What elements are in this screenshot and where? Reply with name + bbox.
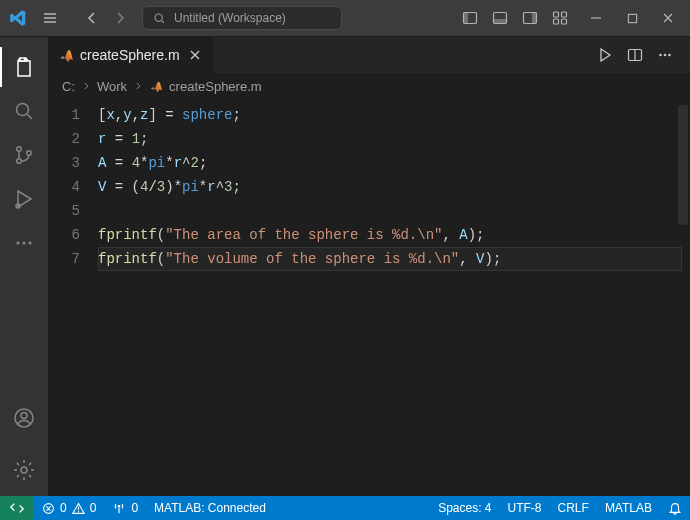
svg-point-21: [21, 413, 27, 419]
status-indent-text: Spaces: 4: [438, 501, 491, 515]
svg-point-25: [664, 54, 667, 57]
status-problems[interactable]: 0 0: [34, 496, 104, 520]
svg-rect-6: [532, 13, 537, 24]
toggle-primary-sidebar-button[interactable]: [456, 4, 484, 32]
titlebar: Untitled (Workspace): [0, 0, 690, 36]
breadcrumb-file[interactable]: createSphere.m: [169, 79, 262, 94]
chevron-right-icon: [133, 81, 143, 91]
status-matlab[interactable]: MATLAB: Connected: [146, 496, 274, 520]
breadcrumb-root[interactable]: C:: [62, 79, 75, 94]
status-warnings-count: 0: [90, 501, 97, 515]
menu-button[interactable]: [36, 4, 64, 32]
editor-group: createSphere.m: [48, 37, 690, 496]
status-language-text: MATLAB: [605, 501, 652, 515]
matlab-file-icon: [58, 47, 74, 63]
status-language[interactable]: MATLAB: [597, 496, 660, 520]
matlab-file-icon: [149, 79, 163, 93]
vertical-scrollbar[interactable]: [678, 105, 688, 225]
remote-indicator[interactable]: [0, 496, 34, 520]
code-line[interactable]: A = 4*pi*r^2;: [98, 151, 690, 175]
svg-point-22: [21, 467, 27, 473]
svg-point-28: [78, 511, 79, 512]
line-number: 7: [48, 247, 80, 271]
toggle-panel-button[interactable]: [486, 4, 514, 32]
layout-controls: [456, 4, 574, 32]
window-controls: [578, 0, 686, 36]
tab-createSphere[interactable]: createSphere.m: [48, 37, 215, 73]
tab-bar: createSphere.m: [48, 37, 690, 73]
editor-actions: [594, 37, 684, 73]
code-line[interactable]: V = (4/3)*pi*r^3;: [98, 175, 690, 199]
status-ports[interactable]: 0: [104, 496, 146, 520]
code-line[interactable]: fprintf("The volume of the sphere is %d.…: [98, 247, 682, 271]
line-number: 3: [48, 151, 80, 175]
window-minimize-button[interactable]: [578, 0, 614, 36]
line-gutter: 1234567: [48, 99, 92, 496]
status-ports-count: 0: [131, 501, 138, 515]
command-center-search[interactable]: Untitled (Workspace): [142, 6, 342, 30]
svg-rect-10: [562, 19, 567, 24]
vscode-logo-icon: [8, 8, 28, 28]
line-number: 4: [48, 175, 80, 199]
customize-layout-button[interactable]: [546, 4, 574, 32]
svg-rect-2: [464, 13, 469, 24]
svg-point-24: [659, 54, 662, 57]
code-line[interactable]: [98, 199, 690, 223]
svg-point-12: [17, 104, 29, 116]
activity-run-debug[interactable]: [0, 177, 48, 221]
antenna-icon: [112, 501, 126, 515]
svg-rect-8: [562, 12, 567, 17]
code-content[interactable]: [x,y,z] = sphere;r = 1;A = 4*pi*r^2;V = …: [92, 99, 690, 496]
svg-rect-11: [628, 14, 636, 22]
warning-icon: [72, 502, 85, 515]
svg-point-18: [22, 241, 25, 244]
activity-explorer[interactable]: [0, 45, 48, 89]
nav-forward-button[interactable]: [106, 4, 134, 32]
run-file-button[interactable]: [594, 44, 616, 66]
status-errors-count: 0: [60, 501, 67, 515]
line-number: 2: [48, 127, 80, 151]
breadcrumb[interactable]: C: Work createSphere.m: [48, 73, 690, 99]
activity-search[interactable]: [0, 89, 48, 133]
status-encoding-text: UTF-8: [508, 501, 542, 515]
line-number: 1: [48, 103, 80, 127]
chevron-right-icon: [81, 81, 91, 91]
svg-point-29: [118, 505, 121, 508]
svg-point-26: [668, 54, 671, 57]
status-matlab-text: MATLAB: Connected: [154, 501, 266, 515]
window-maximize-button[interactable]: [614, 0, 650, 36]
svg-point-14: [17, 159, 22, 164]
activity-accounts[interactable]: [0, 396, 48, 440]
line-number: 6: [48, 223, 80, 247]
error-icon: [42, 502, 55, 515]
tab-close-button[interactable]: [186, 46, 204, 64]
status-encoding[interactable]: UTF-8: [500, 496, 550, 520]
breadcrumb-folder[interactable]: Work: [97, 79, 127, 94]
activity-bar: [0, 37, 48, 496]
activity-source-control[interactable]: [0, 133, 48, 177]
status-eol[interactable]: CRLF: [550, 496, 597, 520]
bell-icon: [668, 501, 682, 515]
code-line[interactable]: r = 1;: [98, 127, 690, 151]
search-icon: [153, 12, 166, 25]
status-notifications[interactable]: [660, 496, 690, 520]
line-number: 5: [48, 199, 80, 223]
window-close-button[interactable]: [650, 0, 686, 36]
code-line[interactable]: fprintf("The area of the sphere is %d.\n…: [98, 223, 690, 247]
split-editor-button[interactable]: [624, 44, 646, 66]
nav-back-button[interactable]: [78, 4, 106, 32]
activity-settings[interactable]: [0, 448, 48, 492]
svg-point-19: [28, 241, 31, 244]
activity-more[interactable]: [0, 221, 48, 265]
editor-more-button[interactable]: [654, 44, 676, 66]
toggle-secondary-sidebar-button[interactable]: [516, 4, 544, 32]
tab-label: createSphere.m: [80, 47, 180, 63]
svg-point-15: [27, 151, 32, 156]
svg-rect-7: [554, 12, 559, 17]
status-eol-text: CRLF: [558, 501, 589, 515]
svg-rect-4: [494, 19, 507, 24]
code-line[interactable]: [x,y,z] = sphere;: [98, 103, 690, 127]
svg-rect-9: [554, 19, 559, 24]
status-indent[interactable]: Spaces: 4: [430, 496, 499, 520]
code-editor[interactable]: 1234567 [x,y,z] = sphere;r = 1;A = 4*pi*…: [48, 99, 690, 496]
